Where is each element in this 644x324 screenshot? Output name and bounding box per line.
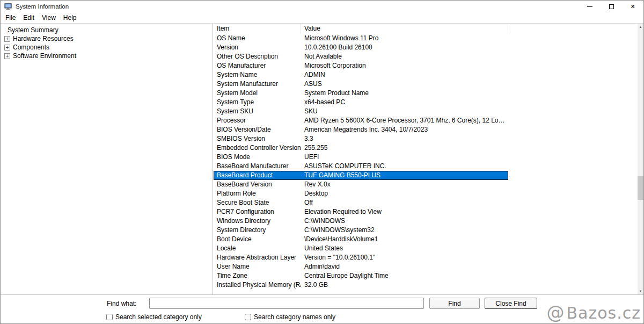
category-tree: System Summary+Hardware Resources+Compon… <box>1 24 213 294</box>
item-cell: Platform Role <box>214 189 301 198</box>
table-row[interactable]: BaseBoard VersionRev X.0x <box>214 180 508 189</box>
info-list-body: OS NameMicrosoft Windows 11 ProVersion10… <box>214 34 638 294</box>
table-row[interactable]: OS ManufacturerMicrosoft Corporation <box>214 61 508 70</box>
menu-file[interactable]: File <box>2 13 19 23</box>
menu-view[interactable]: View <box>38 13 60 23</box>
value-cell: 32.0 GB <box>301 280 508 290</box>
table-row[interactable]: Secure Boot StateOff <box>214 198 508 207</box>
column-header-item[interactable]: Item <box>214 24 301 34</box>
table-row[interactable]: Hardware Abstraction LayerVersion = "10.… <box>214 253 508 262</box>
menu-help[interactable]: Help <box>60 13 80 23</box>
table-row[interactable]: System SKUSKU <box>214 107 508 116</box>
vertical-scrollbar[interactable]: ▲ ▼ <box>638 24 643 294</box>
find-button[interactable]: Find <box>429 298 480 309</box>
maximize-button[interactable] <box>601 1 622 12</box>
main-area: System Summary+Hardware Resources+Compon… <box>1 23 643 294</box>
value-cell: 3.3 <box>301 134 508 143</box>
tree-item-software-environment[interactable]: +Software Environment <box>1 52 213 60</box>
table-row[interactable]: User NameAdmin\david <box>214 262 508 271</box>
item-cell: Installed Physical Memory (RAM) <box>214 280 301 290</box>
table-row[interactable]: PCR7 ConfigurationElevation Required to … <box>214 207 508 217</box>
search-selected-category-checkbox-group: Search selected category only <box>106 313 202 321</box>
menu-edit[interactable]: Edit <box>19 13 38 23</box>
value-cell: Rev X.0x <box>301 180 508 189</box>
value-cell: System Product Name <box>301 89 508 98</box>
item-cell: Boot Device <box>214 235 301 244</box>
value-cell: 10.0.26100 Build 26100 <box>301 43 508 52</box>
table-row[interactable]: Embedded Controller Version255.255 <box>214 143 508 153</box>
tree-item-system-summary[interactable]: System Summary <box>1 26 213 34</box>
tree-item-hardware-resources[interactable]: +Hardware Resources <box>1 34 213 43</box>
table-row[interactable]: System DirectoryC:\WINDOWS\system32 <box>214 226 508 235</box>
item-cell: Hardware Abstraction Layer <box>214 253 301 262</box>
list-header: Item Value <box>214 24 643 34</box>
column-header-value[interactable]: Value <box>301 24 508 34</box>
scrollbar-thumb[interactable] <box>638 176 643 200</box>
table-row[interactable]: Time ZoneCentral Europe Daylight Time <box>214 271 508 280</box>
table-row[interactable]: Windows DirectoryC:\WINDOWS <box>214 217 508 226</box>
search-selected-category-checkbox[interactable] <box>106 314 113 320</box>
item-cell: PCR7 Configuration <box>214 207 301 217</box>
item-cell: BIOS Version/Date <box>214 125 301 134</box>
value-cell: Desktop <box>301 189 508 198</box>
table-row[interactable]: OS NameMicrosoft Windows 11 Pro <box>214 34 508 43</box>
item-cell: Embedded Controller Version <box>214 143 301 153</box>
table-row[interactable]: Platform RoleDesktop <box>214 189 508 198</box>
table-row[interactable]: BIOS ModeUEFI <box>214 153 508 162</box>
item-cell: OS Name <box>214 34 301 43</box>
table-row[interactable]: BaseBoard ManufacturerASUSTeK COMPUTER I… <box>214 162 508 171</box>
tree-item-components[interactable]: +Components <box>1 43 213 52</box>
value-cell: Admin\david <box>301 262 508 271</box>
table-row[interactable]: System ManufacturerASUS <box>214 80 508 89</box>
scroll-down-icon[interactable]: ▼ <box>638 288 643 294</box>
value-cell: 255.255 <box>301 143 508 153</box>
minimize-button[interactable] <box>579 1 601 12</box>
value-cell: ASUSTeK COMPUTER INC. <box>301 162 508 171</box>
expand-plus-icon[interactable]: + <box>4 45 10 51</box>
close-button[interactable]: ✕ <box>622 1 643 12</box>
tree-item-label: Hardware Resources <box>13 35 74 42</box>
value-cell: SKU <box>301 107 508 116</box>
item-cell: System Type <box>214 98 301 107</box>
table-row[interactable]: Version10.0.26100 Build 26100 <box>214 43 508 52</box>
item-cell: Secure Boot State <box>214 198 301 207</box>
item-cell: Other OS Description <box>214 52 301 61</box>
close-find-button[interactable]: Close Find <box>485 298 537 309</box>
value-cell: United States <box>301 244 508 253</box>
search-category-names-label: Search category names only <box>254 313 335 321</box>
table-row[interactable]: ProcessorAMD Ryzen 5 5600X 6-Core Proces… <box>214 116 508 125</box>
table-row[interactable]: BIOS Version/DateAmerican Megatrends Inc… <box>214 125 508 134</box>
table-row[interactable]: Installed Physical Memory (RAM)32.0 GB <box>214 280 508 290</box>
info-list: Item Value OS NameMicrosoft Windows 11 P… <box>214 24 643 294</box>
find-bar: Find what: Find Close Find Search select… <box>1 294 643 323</box>
value-cell: ASUS <box>301 80 508 89</box>
expand-plus-icon[interactable]: + <box>4 53 10 59</box>
table-row[interactable]: Other OS DescriptionNot Available <box>214 52 508 61</box>
item-cell: System Name <box>214 70 301 80</box>
expand-plus-icon[interactable]: + <box>4 36 10 42</box>
value-cell: Microsoft Windows 11 Pro <box>301 34 508 43</box>
value-cell: Elevation Required to View <box>301 207 508 217</box>
tree-item-label: System Summary <box>8 26 58 34</box>
tree-item-label: Components <box>13 44 49 51</box>
value-cell: C:\WINDOWS\system32 <box>301 226 508 235</box>
find-input[interactable] <box>149 298 424 309</box>
table-row[interactable]: BaseBoard ProductTUF GAMING B550-PLUS <box>214 171 508 180</box>
table-row[interactable]: Boot Device\Device\HarddiskVolume1 <box>214 235 508 244</box>
table-row[interactable]: LocaleUnited States <box>214 244 508 253</box>
item-cell: Processor <box>214 116 301 125</box>
value-cell: Microsoft Corporation <box>301 61 508 70</box>
value-cell: TUF GAMING B550-PLUS <box>301 171 508 180</box>
scroll-up-icon[interactable]: ▲ <box>638 24 643 30</box>
table-row[interactable]: System NameADMIN <box>214 70 508 80</box>
item-cell: BIOS Mode <box>214 153 301 162</box>
value-cell: ADMIN <box>301 70 508 80</box>
item-cell: SMBIOS Version <box>214 134 301 143</box>
table-row[interactable]: System Typex64-based PC <box>214 98 508 107</box>
table-row[interactable]: SMBIOS Version3.3 <box>214 134 508 143</box>
item-cell: System Directory <box>214 226 301 235</box>
table-row[interactable]: System ModelSystem Product Name <box>214 89 508 98</box>
search-selected-category-label: Search selected category only <box>115 313 202 321</box>
item-cell: Version <box>214 43 301 52</box>
search-category-names-checkbox[interactable] <box>245 314 251 320</box>
